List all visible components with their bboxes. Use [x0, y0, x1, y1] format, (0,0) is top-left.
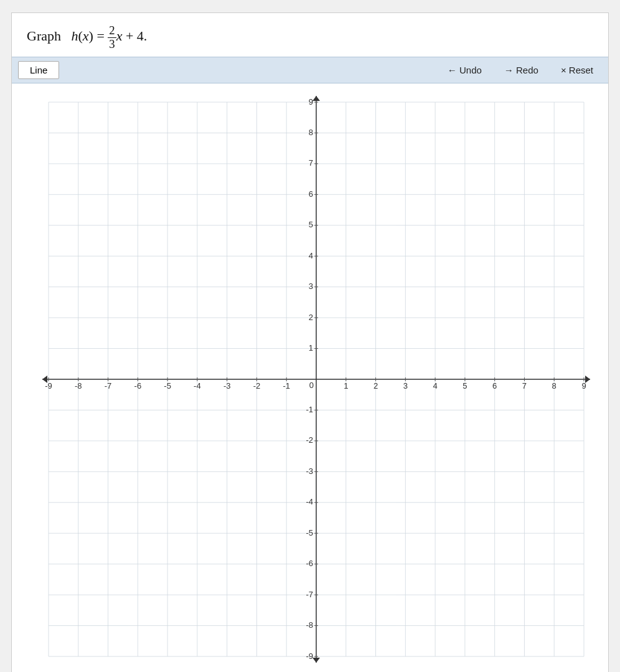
undo-button[interactable]: ← Undo — [439, 62, 491, 78]
line-button[interactable]: Line — [18, 61, 59, 79]
equation: h(x) = 2 3 x + 4. — [71, 28, 147, 44]
undo-label: Undo — [459, 65, 482, 75]
redo-arrow-icon: → — [504, 65, 514, 75]
reset-label: Reset — [569, 65, 593, 75]
reset-button[interactable]: × Reset — [552, 62, 602, 78]
undo-arrow-icon: ← — [448, 65, 457, 75]
coordinate-graph[interactable] — [17, 90, 603, 672]
graph-area[interactable] — [12, 83, 608, 672]
page-container: Graph h(x) = 2 3 x + 4. Line ← Undo → Re… — [11, 12, 609, 672]
redo-label: Redo — [516, 65, 538, 75]
reset-x-icon: × — [561, 65, 566, 75]
title-row: Graph h(x) = 2 3 x + 4. — [12, 13, 608, 57]
toolbar: Line ← Undo → Redo × Reset — [12, 57, 608, 83]
graph-label: Graph — [27, 28, 61, 44]
redo-button[interactable]: → Redo — [496, 62, 547, 78]
